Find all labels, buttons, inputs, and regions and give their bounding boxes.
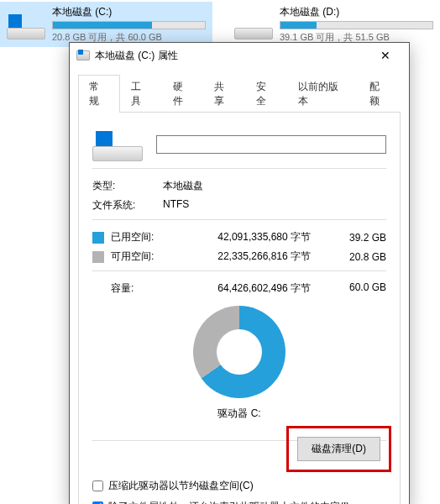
used-bytes: 42,091,335,680 字节 [180, 230, 336, 244]
free-gb: 20.8 GB [336, 251, 386, 263]
properties-dialog: 本地磁盘 (C:) 属性 ✕ 常规工具硬件共享安全以前的版本配额 类型: 本地磁… [69, 42, 410, 504]
used-swatch [92, 232, 104, 244]
drive-name: 本地磁盘 (D:) [280, 5, 433, 19]
tab[interactable]: 工具 [120, 75, 162, 113]
filesystem-value: NTFS [163, 198, 386, 213]
capacity-gb: 60.0 GB [336, 281, 386, 296]
explorer-drive-item[interactable]: 本地磁盘 (C:)20.8 GB 可用，共 60.0 GB [0, 2, 212, 47]
divider [92, 168, 386, 169]
filesystem-label: 文件系统: [92, 198, 163, 213]
capacity-bytes: 64,426,602,496 字节 [180, 281, 336, 296]
free-swatch [92, 251, 104, 263]
drive-icon [7, 9, 45, 39]
compress-label: 压缩此驱动器以节约磁盘空间(C) [108, 479, 254, 493]
compress-checkbox[interactable] [92, 480, 103, 491]
compress-checkbox-row[interactable]: 压缩此驱动器以节约磁盘空间(C) [92, 479, 386, 493]
close-button[interactable]: ✕ [369, 44, 402, 67]
tab[interactable]: 安全 [245, 75, 287, 113]
divider [92, 219, 386, 220]
used-label: 已用空间: [111, 230, 180, 244]
drive-usage-bar [280, 21, 433, 29]
type-label: 类型: [92, 179, 163, 193]
disk-cleanup-button[interactable]: 磁盘清理(D) [297, 437, 380, 461]
drive-name-input[interactable] [156, 135, 386, 154]
type-value: 本地磁盘 [163, 179, 386, 193]
titlebar: 本地磁盘 (C:) 属性 ✕ [70, 43, 409, 68]
index-label: 除了文件属性外，还允许索引此驱动器上文件的内容(I) [108, 500, 349, 504]
drive-icon [76, 50, 90, 60]
divider [92, 270, 386, 271]
tabstrip: 常规工具硬件共享安全以前的版本配额 [70, 68, 409, 113]
free-bytes: 22,335,266,816 字节 [180, 249, 336, 264]
tab-panel-general: 类型: 本地磁盘 文件系统: NTFS 已用空间: 42,091,335,680… [78, 112, 401, 504]
explorer-drive-item[interactable]: 本地磁盘 (D:)39.1 GB 可用，共 51.5 GB [228, 2, 440, 47]
dialog-title: 本地磁盘 (C:) 属性 [95, 49, 369, 63]
drive-label: 驱动器 C: [92, 407, 386, 421]
used-gb: 39.2 GB [336, 232, 386, 244]
usage-pie-chart [193, 306, 285, 398]
drive-icon-large [92, 128, 143, 161]
capacity-label: 容量: [92, 281, 180, 296]
tab[interactable]: 共享 [203, 75, 245, 113]
drive-usage-bar [52, 21, 206, 29]
tab[interactable]: 硬件 [162, 75, 204, 113]
drive-icon [234, 9, 273, 39]
tab[interactable]: 配额 [359, 75, 401, 113]
tab[interactable]: 常规 [78, 75, 120, 113]
tab[interactable]: 以前的版本 [287, 75, 359, 113]
free-label: 可用空间: [111, 249, 180, 264]
drive-name: 本地磁盘 (C:) [52, 5, 206, 19]
index-checkbox-row[interactable]: 除了文件属性外，还允许索引此驱动器上文件的内容(I) [92, 500, 386, 504]
highlight-box: 磁盘清理(D) [286, 426, 391, 472]
